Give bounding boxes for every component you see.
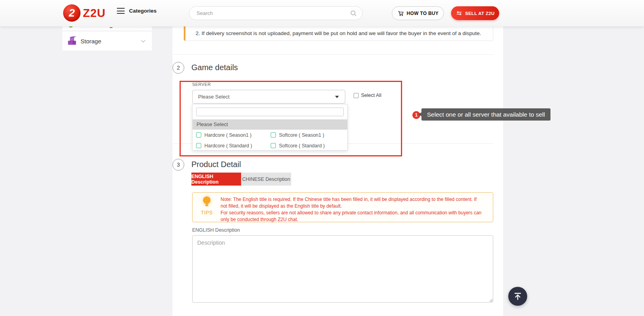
sell-at-z2u-button[interactable]: SELL AT Z2U bbox=[451, 6, 499, 20]
select-all-checkbox[interactable] bbox=[354, 93, 359, 98]
search-input[interactable] bbox=[197, 10, 350, 16]
option-checkbox[interactable] bbox=[196, 143, 201, 148]
z2u-logo[interactable]: 2 Z2U bbox=[63, 4, 106, 22]
option-hardcore-season1[interactable]: Hardcore ( Season1 ) bbox=[196, 130, 252, 140]
notice-text: 2. If delivery screenshot is not uploade… bbox=[184, 30, 493, 36]
option-softcore-standard[interactable]: Softcore ( Standard ) bbox=[271, 140, 325, 151]
server-filter-input[interactable] bbox=[196, 108, 344, 116]
cart-icon bbox=[397, 10, 404, 17]
storage-boxes-icon bbox=[67, 36, 77, 46]
sell-label: SELL AT Z2U bbox=[465, 11, 495, 16]
server-select-value: Please Select bbox=[198, 94, 335, 100]
tips-line-2: For security reasons, sellers are not al… bbox=[221, 210, 484, 223]
step-2-badge: 2 bbox=[172, 62, 184, 74]
how-to-buy-label: HOW TO BUY bbox=[407, 11, 439, 16]
option-checkbox[interactable] bbox=[271, 143, 276, 148]
option-row: Hardcore ( Season1 ) Softcore ( Season1 … bbox=[193, 130, 347, 140]
z2u-logo-icon: 2 bbox=[63, 4, 80, 22]
tips-line-1: Note: The English title is required. If … bbox=[221, 196, 484, 210]
option-label: Softcore ( Standard ) bbox=[279, 143, 325, 149]
tips-box: TIPS Note: The English title is required… bbox=[192, 192, 493, 222]
option-label: Softcore ( Season1 ) bbox=[279, 132, 324, 138]
option-please-select[interactable]: Please Select bbox=[193, 119, 347, 130]
hamburger-icon bbox=[117, 8, 125, 14]
exchange-arrows-icon bbox=[456, 11, 462, 16]
tips-label: TIPS bbox=[198, 210, 215, 216]
categories-menu[interactable]: Categories bbox=[117, 8, 157, 14]
main-content-panel: 2. If delivery screenshot is not uploade… bbox=[172, 17, 503, 316]
tips-bulb-block: TIPS bbox=[198, 195, 215, 216]
step-3-badge: 3 bbox=[172, 159, 184, 171]
logo-text: Z2U bbox=[83, 7, 106, 20]
section-divider bbox=[173, 54, 493, 55]
tooltip-arrow bbox=[418, 112, 421, 116]
game-details-title: Game details bbox=[191, 63, 238, 72]
server-field-label: SERVER bbox=[192, 82, 211, 87]
arrow-to-top-icon bbox=[513, 292, 522, 301]
tab-english-description[interactable]: ENGLISH Description bbox=[191, 173, 241, 186]
sidebar-item-storage[interactable]: Storage bbox=[62, 32, 152, 50]
option-checkbox[interactable] bbox=[196, 132, 201, 138]
option-hardcore-standard[interactable]: Hardcore ( Standard ) bbox=[196, 140, 252, 151]
description-textarea[interactable] bbox=[192, 235, 493, 303]
chevron-down-icon bbox=[141, 40, 146, 43]
description-tabs: ENGLISH Description CHINESE Description bbox=[191, 173, 291, 186]
english-description-label: ENGLISH Description bbox=[192, 227, 240, 233]
product-detail-title: Product Detail bbox=[191, 160, 241, 169]
option-label: Hardcore ( Standard ) bbox=[204, 143, 252, 149]
option-checkbox[interactable] bbox=[271, 132, 276, 138]
option-row: Hardcore ( Standard ) Softcore ( Standar… bbox=[193, 140, 347, 151]
tips-text: Note: The English title is required. If … bbox=[221, 196, 484, 223]
search-bar bbox=[189, 6, 363, 20]
sidebar-item-label: Storage bbox=[80, 38, 141, 45]
option-label: Hardcore ( Season1 ) bbox=[204, 132, 252, 138]
tab-chinese-description[interactable]: CHINESE Description bbox=[241, 173, 291, 186]
server-tooltip: Select one or all server that available … bbox=[421, 108, 550, 121]
partial-chevron-icon bbox=[110, 27, 112, 28]
server-dropdown-panel: Please Select Hardcore ( Season1 ) Softc… bbox=[192, 104, 348, 151]
server-select[interactable]: Please Select bbox=[192, 90, 345, 104]
search-icon[interactable] bbox=[350, 10, 357, 17]
select-all-control: Select All bbox=[354, 93, 381, 98]
caret-down-icon bbox=[335, 96, 339, 98]
select-all-label: Select All bbox=[361, 93, 381, 98]
back-to-top-button[interactable] bbox=[508, 287, 527, 306]
option-softcore-season1[interactable]: Softcore ( Season1 ) bbox=[271, 130, 324, 140]
top-header: 2 Z2U Categories HOW TO BUY SELL AT Z2U bbox=[0, 0, 644, 26]
lightbulb-icon bbox=[202, 195, 212, 208]
categories-label: Categories bbox=[129, 8, 157, 14]
how-to-buy-button[interactable]: HOW TO BUY bbox=[392, 6, 444, 20]
